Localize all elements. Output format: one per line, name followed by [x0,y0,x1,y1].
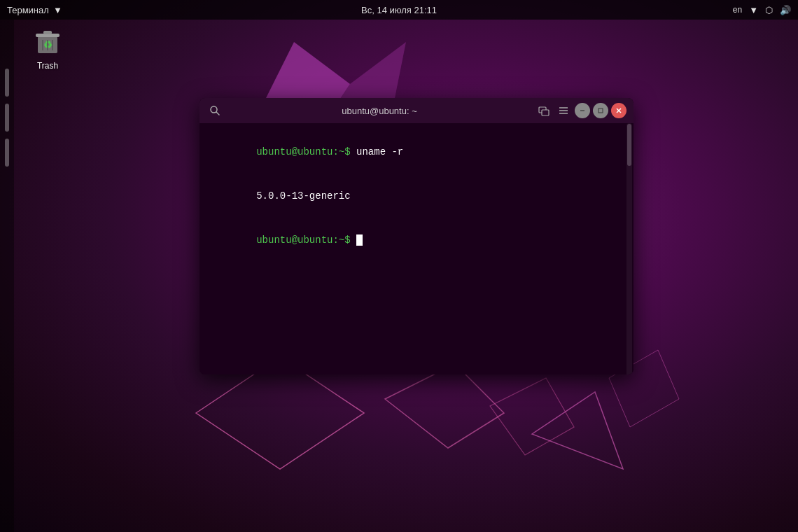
maximize-button[interactable] [593,103,608,118]
output-1: 5.0.0-13-generic [256,190,350,202]
dock-indicator-3 [5,139,9,167]
dock-indicator [5,69,9,97]
prompt-1: ubuntu@ubuntu:~$ [256,146,356,158]
screen-icon[interactable] [536,102,552,119]
trash-icon-image: ♻ [31,24,64,58]
dock-indicator-2 [5,104,9,132]
terminal-title: ubuntu@ubuntu: ~ [223,106,536,116]
svg-marker-6 [490,378,574,455]
trash-label: Trash [37,61,58,71]
close-button[interactable] [611,103,626,118]
cursor [356,234,363,246]
search-icon[interactable] [206,102,223,119]
sound-icon: 🔊 [780,5,791,15]
left-dock [0,20,14,532]
trash-desktop-icon[interactable]: ♻ Trash [31,24,64,71]
svg-marker-5 [385,364,504,448]
terminal-scrollbar[interactable] [626,123,632,374]
scrollbar-thumb [627,124,631,166]
terminal-line-3: ubuntu@ubuntu:~$ [209,218,624,262]
hamburger-menu-icon[interactable] [555,102,572,119]
panel-left: Терминал ▼ [7,5,62,15]
lang-label[interactable]: en [733,5,742,15]
minimize-button[interactable] [575,103,590,118]
terminal-line-1: ubuntu@ubuntu:~$ uname -r [209,130,624,174]
svg-marker-7 [532,392,623,469]
prompt-2: ubuntu@ubuntu:~$ [256,234,356,246]
terminal-titlebar: ubuntu@ubuntu: ~ [200,98,634,123]
titlebar-controls [536,102,626,119]
titlebar-search [206,102,223,119]
svg-rect-11 [43,31,52,34]
terminal-window: ubuntu@ubuntu: ~ [200,98,634,374]
terminal-content[interactable]: ubuntu@ubuntu:~$ uname -r 5.0.0-13-gener… [200,123,634,374]
app-menu-arrow: ▼ [53,5,62,15]
lang-arrow: ▼ [749,5,758,15]
svg-rect-24 [598,108,603,113]
svg-line-17 [216,112,219,115]
desktop: Терминал ▼ Вс, 14 июля 21:11 en ▼ ⬡ 🔊 [0,0,798,532]
svg-rect-19 [542,110,549,115]
terminal-line-2: 5.0.0-13-generic [209,174,624,218]
network-icon: ⬡ [765,5,773,15]
top-panel: Терминал ▼ Вс, 14 июля 21:11 en ▼ ⬡ 🔊 [0,0,798,20]
command-1: uname -r [356,146,403,158]
panel-right: en ▼ ⬡ 🔊 [733,5,791,15]
panel-datetime: Вс, 14 июля 21:11 [361,5,437,15]
app-menu-label[interactable]: Терминал [7,5,49,15]
